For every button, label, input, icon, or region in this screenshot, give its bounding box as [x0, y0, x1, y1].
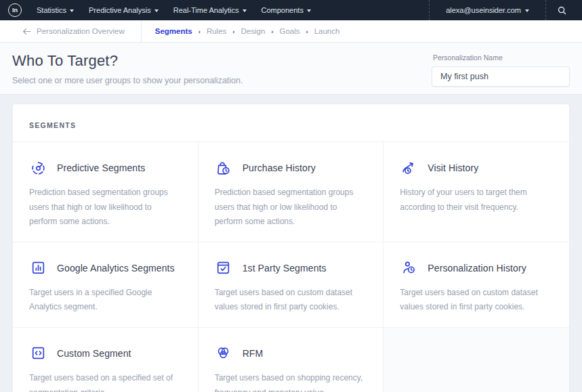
insider-logo-icon[interactable]: In: [8, 3, 22, 17]
breadcrumb-bar: Personalization Overview Segments › Rule…: [0, 20, 582, 43]
segment-tile-visit-history[interactable]: Visit History History of your users to t…: [383, 142, 569, 242]
segment-title: Google Analytics Segments: [57, 263, 175, 274]
segment-title: Visit History: [428, 162, 478, 173]
segment-description: Target users based on custom dataset val…: [215, 286, 366, 315]
segment-tile-purchase-history[interactable]: Purchase History Prediction based segmen…: [199, 142, 384, 242]
chevron-right-icon: ›: [232, 28, 234, 35]
top-navbar: In Statistics Predictive Analysis Real-T…: [0, 0, 582, 20]
segment-title: Purchase History: [243, 162, 316, 173]
menu-item-real-time-analytics[interactable]: Real-Time Analytics: [173, 6, 247, 14]
chevron-down-icon: [307, 9, 311, 12]
main-menu: Statistics Predictive Analysis Real-Time…: [37, 6, 429, 14]
personalization-name-input[interactable]: [432, 66, 570, 87]
menu-item-label: Real-Time Analytics: [173, 6, 239, 14]
menu-item-label: Predictive Analysis: [89, 6, 151, 14]
chevron-down-icon: [154, 9, 159, 12]
visit-history-icon: [400, 159, 417, 177]
chevron-right-icon: ›: [271, 28, 273, 35]
segment-description: Target users in a specified Google Analy…: [29, 286, 180, 315]
segment-tile-empty: [383, 328, 569, 392]
segment-tile-personalization-history[interactable]: Personalization History Target users bas…: [383, 242, 569, 328]
search-icon: [557, 5, 567, 16]
account-menu[interactable]: alexa@useinsider.com: [430, 0, 545, 20]
menu-item-label: Components: [262, 6, 304, 14]
step-design[interactable]: Design: [241, 27, 265, 35]
segment-title: Personalization History: [428, 263, 526, 274]
segment-title: Custom Segment: [57, 348, 131, 359]
segment-description: Prediction based segmentation groups use…: [215, 186, 366, 230]
page-subtitle: Select one or more user groups to show y…: [12, 76, 243, 85]
menu-item-label: Statistics: [37, 6, 66, 14]
predictive-segments-icon: [29, 159, 47, 177]
chevron-right-icon: ›: [199, 28, 201, 35]
segments-grid: Predictive Segments Prediction based seg…: [13, 142, 569, 392]
segments-panel: SEGMENTS Predictive Segments Prediction …: [12, 104, 570, 392]
segment-tile-google-analytics-segments[interactable]: Google Analytics Segments Target users i…: [13, 242, 199, 328]
segment-description: Target users based on a specified set of…: [29, 371, 180, 392]
segment-tile-rfm[interactable]: RFM Target users based on shopping recen…: [199, 328, 384, 392]
chevron-down-icon: [525, 9, 529, 12]
page-header: Who To Target? Select one or more user g…: [0, 43, 582, 95]
segment-tile-predictive-segments[interactable]: Predictive Segments Prediction based seg…: [13, 142, 199, 242]
back-label: Personalization Overview: [37, 27, 125, 35]
segment-description: Target users based on custom dataset val…: [400, 286, 552, 315]
step-segments[interactable]: Segments: [155, 27, 192, 35]
custom-segment-icon: [29, 345, 47, 362]
page-title: Who To Target?: [12, 52, 243, 70]
menu-item-predictive-analysis[interactable]: Predictive Analysis: [89, 6, 159, 14]
segments-panel-title: SEGMENTS: [29, 121, 76, 129]
account-email: alexa@useinsider.com: [446, 6, 521, 14]
back-to-personalization-overview[interactable]: Personalization Overview: [0, 20, 142, 42]
segment-title: Predictive Segments: [57, 162, 145, 173]
first-party-segments-icon: [215, 259, 232, 277]
segment-tile-first-party-segments[interactable]: 1st Party Segments Target users based on…: [199, 242, 384, 328]
segment-title: RFM: [243, 348, 264, 359]
google-analytics-icon: [29, 259, 47, 277]
search-button[interactable]: [546, 0, 575, 20]
step-launch[interactable]: Launch: [314, 27, 340, 35]
arrow-left-icon: [22, 28, 31, 35]
menu-item-components[interactable]: Components: [262, 6, 311, 14]
step-rules[interactable]: Rules: [207, 27, 226, 35]
segment-tile-custom-segment[interactable]: Custom Segment Target users based on a s…: [13, 328, 199, 392]
menu-item-statistics[interactable]: Statistics: [37, 6, 74, 14]
chevron-right-icon: ›: [306, 28, 308, 35]
rfm-icon: [215, 345, 232, 362]
chevron-down-icon: [243, 9, 247, 12]
segment-description: Prediction based segmentation groups use…: [29, 186, 180, 230]
personalization-name-label: Personalization Name: [433, 53, 570, 62]
segment-title: 1st Party Segments: [243, 263, 327, 274]
wizard-steps: Segments › Rules › Design › Goals › Laun…: [142, 20, 340, 42]
personalization-history-icon: [400, 259, 417, 277]
step-goals[interactable]: Goals: [279, 27, 299, 35]
segment-description: Target users based on shopping recency, …: [215, 371, 366, 392]
purchase-history-icon: [215, 159, 232, 177]
chevron-down-icon: [70, 9, 74, 12]
segment-description: History of your users to target them acc…: [400, 186, 552, 215]
